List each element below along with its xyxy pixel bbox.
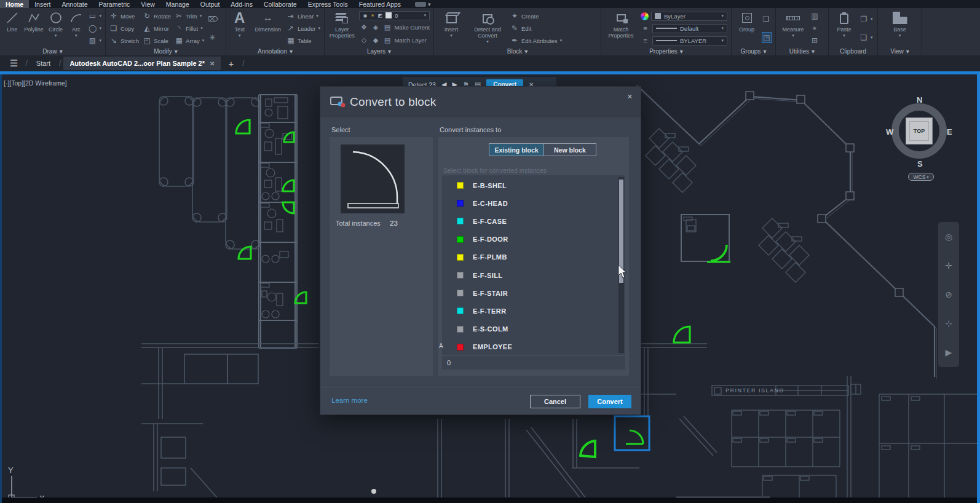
close-dialog-icon[interactable]: ✕ <box>627 93 633 101</box>
tool-copy[interactable]: ❏Copy <box>109 23 139 34</box>
new-tab-icon[interactable]: + <box>222 58 240 69</box>
close-tab-icon[interactable]: ✕ <box>210 60 215 67</box>
tool-line[interactable]: Line <box>4 10 20 47</box>
tool-arc[interactable]: Arc ▾ <box>68 10 84 47</box>
tab-manage[interactable]: Manage <box>160 0 195 8</box>
block-name-field[interactable]: 0 <box>442 356 625 370</box>
tab-parametric[interactable]: Parametric <box>93 0 136 8</box>
tool-id-point[interactable]: ⌖ <box>810 23 819 34</box>
panel-label-clipboard[interactable]: Clipboard <box>829 47 877 55</box>
block-list-item[interactable]: E-F-PLMB <box>442 248 625 266</box>
hamburger-menu-icon[interactable]: ☰ <box>5 58 23 69</box>
tool-make-current[interactable]: ❖ ◈ ▤ Make Current <box>359 22 430 33</box>
viewcube-south[interactable]: S <box>917 159 923 168</box>
tool-edit-attributes[interactable]: ✒Edit Attributes▾ <box>510 35 562 46</box>
panel-label-view[interactable]: View▾ <box>878 47 922 55</box>
dialog-header[interactable]: Convert to block ✕ <box>320 87 641 117</box>
navigation-bar[interactable]: ◎ ✛ ⊘ ⊹ ▶ <box>938 222 959 367</box>
tab-add-ins[interactable]: Add-ins <box>225 0 258 8</box>
block-list-item[interactable]: EMPLOYEE <box>442 338 625 356</box>
block-list-item[interactable]: E-S-COLM <box>442 320 625 338</box>
tool-rotate[interactable]: ↻Rotate <box>143 10 171 22</box>
tab-view[interactable]: View <box>135 0 160 8</box>
convert-button[interactable]: Convert <box>588 395 631 408</box>
tool-create-block[interactable]: ✦Create <box>510 10 562 22</box>
tool-mirror[interactable]: ◭Mirror <box>143 23 171 34</box>
tool-circle[interactable]: Circle ▾ <box>47 10 64 47</box>
tool-rectangle[interactable]: ▭▾ <box>88 10 101 22</box>
tool-group[interactable]: Group <box>735 10 758 47</box>
tab-insert[interactable]: Insert <box>29 0 56 8</box>
block-list-item[interactable]: E-F-CASE <box>442 212 625 230</box>
tab-annotate[interactable]: Annotate <box>56 0 93 8</box>
lineweight-dropdown[interactable]: Default ▾ <box>652 24 727 33</box>
block-list[interactable]: E-B-SHEL E-C-HEAD E-F-CASE E-F-DOOR E-F-… <box>442 175 625 355</box>
tool-ellipse[interactable]: ◯▾ <box>88 23 101 34</box>
tool-move[interactable]: ✛Move <box>109 10 139 22</box>
tool-linear[interactable]: ⇥Linear▾ <box>286 10 320 22</box>
wcs-badge[interactable]: WCS ▾ <box>908 173 934 181</box>
viewcube-top-face[interactable]: TOP <box>906 117 933 145</box>
tool-cut-clip[interactable]: ❑▾ <box>859 32 873 43</box>
tab-output[interactable]: Output <box>195 0 226 8</box>
viewcube-east[interactable]: E <box>947 127 952 137</box>
viewcube[interactable]: N W E S TOP <box>886 95 952 170</box>
panel-label-draw[interactable]: Draw▾ <box>0 47 105 55</box>
tab-express-tools[interactable]: Express Tools <box>302 0 354 8</box>
tool-quick-calc[interactable]: ⊞ <box>810 35 819 46</box>
panel-label-groups[interactable]: Groups▾ <box>732 47 775 55</box>
panel-label-properties[interactable]: Properties▾ <box>601 47 731 55</box>
viewport-controls[interactable]: [-][Top][2D Wireframe] <box>4 79 67 87</box>
panel-label-annotation[interactable]: Annotation▾ <box>226 47 324 55</box>
layer-dropdown[interactable]: ◉ ☀ ◩ 0 ▾ <box>359 11 430 20</box>
viewcube-north[interactable]: N <box>917 95 922 105</box>
tool-measure[interactable]: Measure ▾ <box>780 10 807 47</box>
tool-match-layer[interactable]: ◇ ◆ ▤ Match Layer <box>359 35 430 46</box>
tool-hatch[interactable]: ▨▾ <box>88 35 101 46</box>
file-tab-drawing[interactable]: Autodesk AutoCAD 2...oor Plan Sample 2* … <box>63 57 221 70</box>
tool-paste[interactable]: Paste ▾ <box>832 10 856 47</box>
panel-label-modify[interactable]: Modify▾ <box>106 47 226 55</box>
tab-existing-block[interactable]: Existing block <box>489 144 543 156</box>
tab-new-block[interactable]: New block <box>543 144 596 156</box>
tool-copy-clip[interactable]: ❐▾ <box>859 14 873 25</box>
ribbon-options-button[interactable]: ▾ <box>415 0 431 8</box>
tab-collaborate[interactable]: Collaborate <box>258 0 302 8</box>
tool-trim[interactable]: ✂Trim▾ <box>175 10 204 22</box>
viewcube-west[interactable]: W <box>886 127 893 137</box>
linetype-dropdown[interactable]: BYLAYER ▾ <box>652 36 727 46</box>
panel-label-layers[interactable]: Layers▾ <box>325 47 433 55</box>
tool-base[interactable]: Base ▾ <box>888 10 912 47</box>
tool-dimension[interactable]: ↔ Dimension <box>253 10 283 47</box>
block-list-item[interactable]: E-F-SILL <box>442 266 625 284</box>
tool-table[interactable]: ▦Table <box>286 35 320 46</box>
tool-edit-block[interactable]: ✎Edit <box>510 23 562 34</box>
tab-home[interactable]: Home <box>0 0 29 8</box>
tool-insert-block[interactable]: Insert ▾ <box>438 10 465 47</box>
block-preview[interactable] <box>341 145 405 213</box>
tool-detect-and-convert[interactable]: Detect and Convert ▾ <box>468 10 507 47</box>
panel-label-utilities[interactable]: Utilities▾ <box>776 47 828 55</box>
tool-array[interactable]: ▦Array▾ <box>175 35 204 46</box>
learn-more-link[interactable]: Learn more <box>331 397 368 404</box>
tool-erase[interactable]: ⌦ <box>208 14 216 25</box>
object-color-dropdown[interactable]: ByLayer ▾ <box>651 12 727 21</box>
pan-icon[interactable]: ✛ <box>945 261 952 271</box>
tool-fillet[interactable]: ◝Fillet▾ <box>175 23 204 34</box>
nav-wheel-icon[interactable]: ◎ <box>945 232 952 242</box>
tool-match-properties[interactable]: Match Properties <box>605 10 637 47</box>
block-list-item[interactable]: E-B-SHEL <box>442 176 625 194</box>
drawing-canvas[interactable]: PRINTER ISLAND Y X [-][Top][2D Wireframe… <box>0 74 980 503</box>
tool-layer-properties[interactable]: Layer Properties <box>328 10 355 47</box>
block-list-item[interactable]: E-F-STAIR <box>442 284 625 302</box>
block-list-item[interactable]: E-F-DOOR <box>442 231 625 248</box>
tool-explode[interactable]: ✳ <box>208 32 216 43</box>
block-list-item[interactable]: E-F-TERR <box>442 302 625 320</box>
block-list-item[interactable]: E-C-HEAD <box>442 194 625 212</box>
orbit-icon[interactable]: ⊹ <box>945 319 952 328</box>
file-tab-start[interactable]: Start <box>30 57 57 70</box>
tool-ungroup[interactable]: ❏ <box>762 14 772 25</box>
showmotion-icon[interactable]: ▶ <box>946 347 952 357</box>
tool-scale[interactable]: ◰Scale <box>143 35 171 46</box>
tool-quick-select[interactable]: ▥ <box>810 10 819 22</box>
